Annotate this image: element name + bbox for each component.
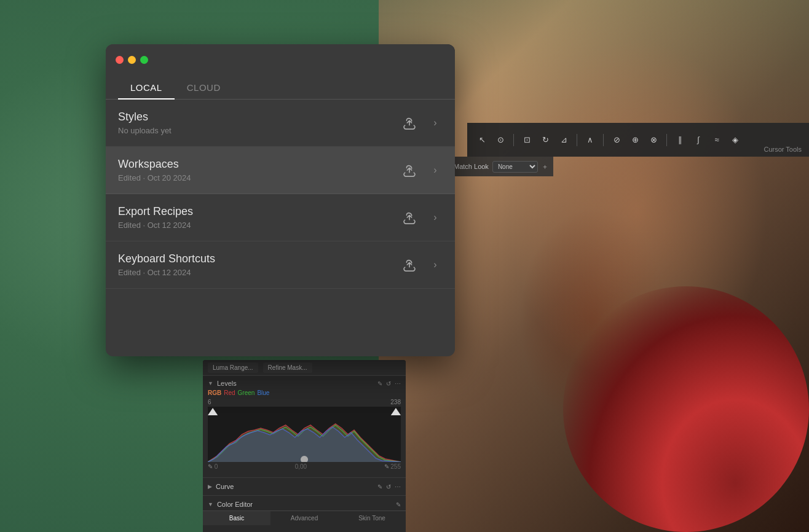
list-item-workspaces[interactable]: Workspaces Edited · Oct 20 2024 › (106, 147, 455, 194)
bottom-panel: Luma Range... Refine Mask... ▼ Levels ✎ … (203, 360, 406, 532)
workspaces-subtitle: Edited · Oct 20 2024 (118, 173, 400, 182)
minimize-button[interactable] (128, 56, 136, 64)
levels-min-value: 6 (208, 399, 211, 405)
curve-title: Curve (216, 483, 234, 490)
curve-section: ▶ Curve ✎ ↺ ⋯ (203, 480, 406, 493)
paint-tool-icon[interactable]: ⊘ (609, 133, 624, 147)
white-point-value: ✎ 255 (384, 463, 401, 470)
levels-more-icon[interactable]: ⋯ (395, 380, 401, 387)
levels-edit-icon[interactable]: ✎ (377, 380, 382, 387)
color-editor-tabs: Basic Advanced Skin Tone (203, 510, 406, 525)
list-item-export-recipes[interactable]: Export Recipes Edited · Oct 12 2024 › (106, 194, 455, 241)
match-look-select[interactable]: None (492, 161, 538, 173)
match-look-add-icon[interactable]: ＋ (542, 162, 548, 171)
gradient-tool-icon[interactable]: ∥ (673, 133, 687, 147)
color-editor-edit-icon[interactable]: ✎ (396, 501, 401, 508)
tab-skin-tone[interactable]: Skin Tone (338, 511, 406, 525)
histogram-svg (208, 407, 401, 462)
main-toolbar: ↖ ⊙ ⊡ ↻ ⊿ ∧ ⊘ ⊕ ⊗ ∥ ∫ ≈ ◈ Cursor Tools (467, 123, 809, 157)
workspaces-upload-icon[interactable] (400, 160, 419, 180)
keyboard-shortcuts-chevron-icon[interactable]: › (428, 257, 443, 272)
midtone-value: 0,00 (295, 463, 307, 470)
workspaces-title: Workspaces (118, 158, 400, 171)
levels-tab-green[interactable]: Green (238, 389, 255, 396)
pen-tool-icon[interactable]: ∫ (691, 133, 706, 147)
cursor-tool-icon[interactable]: ↖ (475, 133, 489, 147)
tab-basic[interactable]: Basic (203, 511, 270, 525)
levels-numbers: 6 238 (208, 399, 401, 405)
levels-title: Levels (217, 380, 237, 387)
bottom-panel-toolbar: Luma Range... Refine Mask... (203, 360, 406, 376)
close-button[interactable] (116, 56, 124, 64)
export-recipes-content: Export Recipes Edited · Oct 12 2024 (118, 205, 400, 230)
curve-collapse-icon[interactable]: ▶ (208, 483, 212, 490)
list-item-styles[interactable]: Styles No uploads yet › (106, 100, 455, 147)
workspaces-content: Workspaces Edited · Oct 20 2024 (118, 158, 400, 182)
list-item-keyboard-shortcuts[interactable]: Keyboard Shortcuts Edited · Oct 12 2024 … (106, 241, 455, 289)
levels-tool-icon[interactable]: ≈ (709, 133, 724, 147)
tab-local[interactable]: LOCAL (118, 75, 175, 99)
export-recipes-title: Export Recipes (118, 205, 400, 218)
keyboard-shortcuts-actions: › (400, 255, 443, 275)
match-look-bar: Match Look None ＋ (449, 157, 553, 176)
levels-tab-red[interactable]: Red (224, 389, 235, 396)
sync-window: LOCAL CLOUD Styles No uploads yet › (106, 44, 455, 356)
toolbar-sep-2 (577, 134, 577, 146)
levels-collapse-icon[interactable]: ▼ (208, 380, 213, 386)
levels-tab-rgb[interactable]: RGB (208, 389, 221, 396)
cursor-tools-label: Cursor Tools (764, 146, 802, 153)
styles-upload-icon[interactable] (400, 113, 419, 133)
sync-list: Styles No uploads yet › Workspaces Edite… (106, 100, 455, 289)
crop-tool-icon[interactable]: ⊡ (519, 133, 534, 147)
export-recipes-upload-icon[interactable] (400, 208, 419, 227)
traffic-lights (116, 56, 148, 64)
toolbar-sep-1 (513, 134, 514, 146)
toolbar-sep-3 (603, 134, 604, 146)
brush-tool-icon[interactable]: ∧ (583, 133, 598, 147)
histogram-left-handle (208, 408, 218, 415)
export-recipes-chevron-icon[interactable]: › (428, 210, 443, 225)
workspaces-chevron-icon[interactable]: › (428, 163, 443, 178)
tab-advanced[interactable]: Advanced (270, 511, 338, 525)
styles-title: Styles (118, 111, 400, 123)
divider-1 (203, 477, 406, 478)
color-editor-section: ▼ Color Editor ✎ (203, 498, 406, 510)
levels-channel-tabs: RGB Red Green Blue (208, 389, 401, 396)
styles-actions: › (400, 113, 443, 133)
curve-edit-icon[interactable]: ✎ (377, 483, 382, 490)
levels-tab-blue[interactable]: Blue (257, 389, 269, 396)
histogram-bottom: ✎ 0 0,00 ✎ 255 (208, 462, 401, 471)
divider-2 (203, 495, 406, 496)
histogram-area (208, 407, 401, 462)
workspaces-actions: › (400, 160, 443, 180)
tab-cloud[interactable]: CLOUD (175, 75, 233, 99)
straighten-tool-icon[interactable]: ⊿ (556, 133, 571, 147)
luma-range-button[interactable]: Luma Range... (208, 362, 258, 373)
styles-chevron-icon[interactable]: › (428, 115, 443, 130)
title-bar (106, 44, 455, 75)
keyboard-shortcuts-title: Keyboard Shortcuts (118, 252, 400, 265)
styles-subtitle: No uploads yet (118, 126, 400, 135)
refine-mask-button[interactable]: Refine Mask... (263, 362, 312, 373)
levels-max-value: 238 (390, 399, 401, 405)
maximize-button[interactable] (140, 56, 148, 64)
export-recipes-subtitle: Edited · Oct 12 2024 (118, 221, 400, 230)
keyboard-shortcuts-upload-icon[interactable] (400, 255, 419, 275)
export-recipes-actions: › (400, 208, 443, 227)
toolbar-sep-4 (666, 134, 667, 146)
lasso-tool-icon[interactable]: ⊙ (493, 133, 508, 147)
color-editor-collapse-icon[interactable]: ▼ (208, 501, 213, 507)
curve-more-icon[interactable]: ⋯ (395, 483, 401, 490)
levels-reset-icon[interactable]: ↺ (386, 380, 391, 387)
match-look-label: Match Look (454, 163, 489, 170)
curve-reset-icon[interactable]: ↺ (386, 483, 391, 490)
stamp-tool-icon[interactable]: ⊕ (628, 133, 642, 147)
eye-tool-icon[interactable]: ◈ (728, 133, 743, 147)
rotate-tool-icon[interactable]: ↻ (538, 133, 553, 147)
levels-section: ▼ Levels ✎ ↺ ⋯ RGB Red Green Blue 6 238 (203, 376, 406, 475)
keyboard-shortcuts-content: Keyboard Shortcuts Edited · Oct 12 2024 (118, 252, 400, 277)
color-editor-title: Color Editor (217, 501, 253, 508)
levels-header: ▼ Levels ✎ ↺ ⋯ (208, 380, 401, 387)
eraser-tool-icon[interactable]: ⊗ (646, 133, 661, 147)
histogram-right-handle (391, 408, 401, 415)
